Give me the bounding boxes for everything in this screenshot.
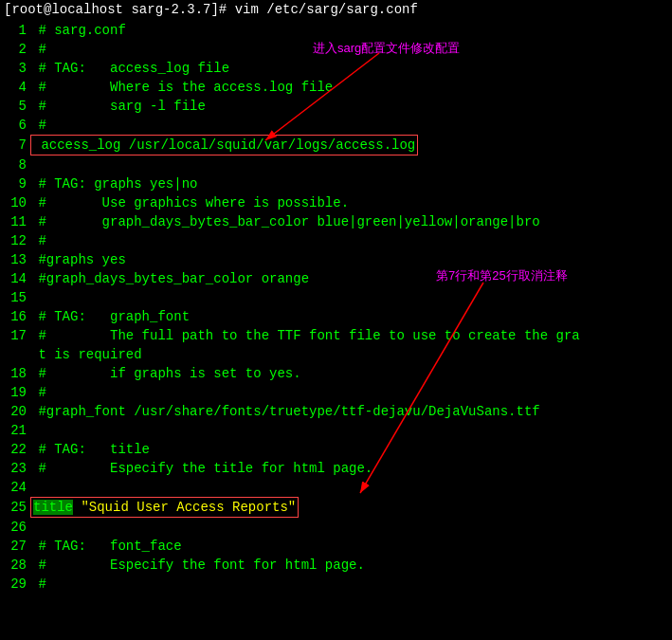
line-18: 18 # if graphs is set to yes. [4,364,668,383]
line-content-7: access_log /usr/local/squid/var/logs/acc… [30,135,668,155]
line-num-24: 24 [4,478,30,497]
line-content-23: # Especify the title for html page. [30,459,668,478]
line-num-27: 27 [4,537,30,556]
line-num-20: 20 [4,402,30,421]
line-num-17b [4,345,30,364]
line-num-23: 23 [4,459,30,478]
line-content-1: # sarg.conf [30,21,668,40]
line-17: 17 # The full path to the TTF font file … [4,326,668,345]
line-num-19: 19 [4,383,30,402]
line-6: 6 # [4,116,668,135]
line-16: 16 # TAG: graph_font [4,307,668,326]
line-15: 15 [4,288,668,307]
line-21: 21 [4,421,668,440]
line-5: 5 # sarg -l file [4,97,668,116]
line-1: 1 # sarg.conf [4,21,668,40]
line-num-28: 28 [4,556,30,575]
line-19: 19 # [4,383,668,402]
line-4: 4 # Where is the access.log file [4,78,668,97]
line-content-12: # [30,231,668,250]
line-12: 12 # [4,231,668,250]
line-content-11: # graph_days_bytes_bar_color blue|green|… [30,212,668,231]
line-num-6: 6 [4,116,30,135]
line-28: 28 # Especify the font for html page. [4,556,668,575]
line-content-22: # TAG: title [30,440,668,459]
line-content-5: # sarg -l file [30,97,668,116]
line-num-26: 26 [4,518,30,537]
line-content-28: # Especify the font for html page. [30,556,668,575]
line-content-10: # Use graphics where is possible. [30,193,668,212]
line-num-29: 29 [4,575,30,594]
line-num-13: 13 [4,250,30,269]
line-content-14: #graph_days_bytes_bar_color orange [30,269,668,288]
line-num-12: 12 [4,231,30,250]
top-bar: [root@localhost sarg-2.3.7]# vim /etc/sa… [0,0,672,19]
line-num-16: 16 [4,307,30,326]
line-content-4: # Where is the access.log file [30,78,668,97]
line-11: 11 # graph_days_bytes_bar_color blue|gre… [4,212,668,231]
line-8: 8 [4,155,668,174]
line-22: 22 # TAG: title [4,440,668,459]
line-26: 26 [4,518,668,537]
line-num-5: 5 [4,97,30,116]
line-3: 3 # TAG: access_log file [4,59,668,78]
line-27: 27 # TAG: font_face [4,537,668,556]
line-content-16: # TAG: graph_font [30,307,668,326]
line-content-13: #graphs yes [30,250,668,269]
line-num-14: 14 [4,269,30,288]
line-num-1: 1 [4,21,30,40]
line-num-7: 7 [4,136,30,155]
line-content-20: #graph_font /usr/share/fonts/truetype/tt… [30,402,668,421]
line-24: 24 [4,478,668,497]
line-content-17b: t is required [30,345,668,364]
line-content-9: # TAG: graphs yes|no [30,174,668,193]
annotation-1: 进入sarg配置文件修改配置 [313,40,460,57]
line-content-27: # TAG: font_face [30,537,668,556]
line-17b: t is required [4,345,668,364]
line-num-4: 4 [4,78,30,97]
line-content-25: title "Squid User Access Reports" [30,497,668,518]
line-content-29: # [30,575,668,594]
line-content-19: # [30,383,668,402]
line-9: 9 # TAG: graphs yes|no [4,174,668,193]
line-10: 10 # Use graphics where is possible. [4,193,668,212]
line-content-18: # if graphs is set to yes. [30,364,668,383]
line-content-17: # The full path to the TTF font file to … [30,326,668,345]
line-num-3: 3 [4,59,30,78]
line-num-9: 9 [4,174,30,193]
line-25: 25 title "Squid User Access Reports" [4,497,668,518]
line-29: 29 # [4,575,668,594]
line-num-2: 2 [4,40,30,59]
line-num-21: 21 [4,421,30,440]
code-area: 1 # sarg.conf 2 # 3 # TAG: access_log fi… [0,19,672,595]
terminal: [root@localhost sarg-2.3.7]# vim /etc/sa… [0,0,672,595]
line-14: 14 #graph_days_bytes_bar_color orange [4,269,668,288]
annotation-2: 第7行和第25行取消注释 [436,267,568,284]
line-num-22: 22 [4,440,30,459]
line-content-3: # TAG: access_log file [30,59,668,78]
line-content-6: # [30,116,668,135]
line-20: 20 #graph_font /usr/share/fonts/truetype… [4,402,668,421]
line-7: 7 access_log /usr/local/squid/var/logs/a… [4,135,668,155]
line-num-10: 10 [4,193,30,212]
line-num-15: 15 [4,288,30,307]
line-num-17: 17 [4,326,30,345]
line-num-25: 25 [4,498,30,517]
line-13: 13 #graphs yes [4,250,668,269]
line-num-11: 11 [4,212,30,231]
line-23: 23 # Especify the title for html page. [4,459,668,478]
line-num-8: 8 [4,155,30,174]
line-num-18: 18 [4,364,30,383]
